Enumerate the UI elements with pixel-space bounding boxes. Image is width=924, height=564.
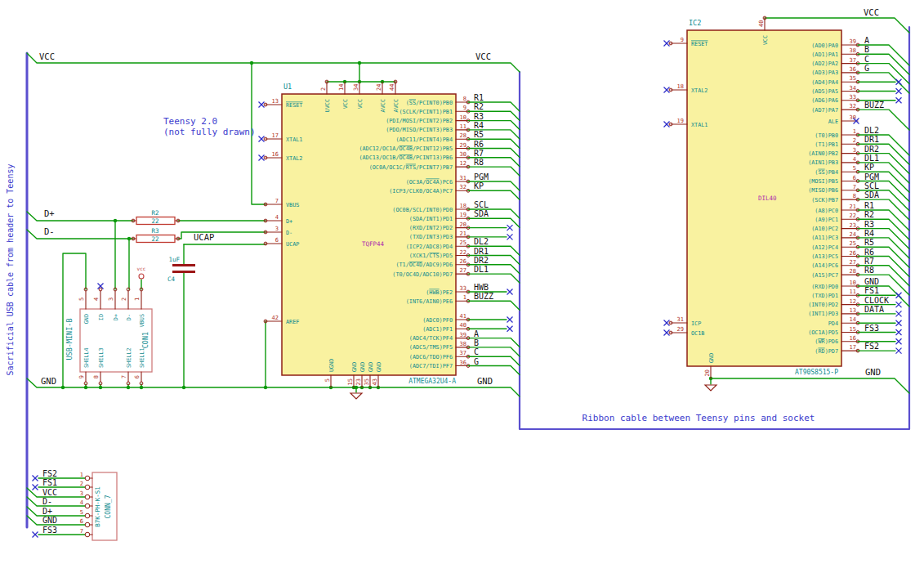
- pin-name: (A12)PC4: [811, 244, 838, 251]
- wire-label: KP: [474, 181, 484, 190]
- pin-number: 3: [80, 490, 83, 497]
- pin-number: 33: [460, 285, 466, 292]
- pin-number: 7: [121, 375, 127, 378]
- pin-end-circle: [85, 513, 90, 518]
- pin-name: (SS)PB4: [815, 169, 838, 176]
- wire-label: R2: [864, 210, 874, 219]
- pin-end-circle: [85, 495, 90, 499]
- pin-name: ICP: [691, 320, 701, 327]
- wire-label: B: [474, 338, 479, 347]
- wire-label: G: [474, 357, 479, 366]
- pin-name: (AIN1)PB3: [808, 159, 838, 166]
- pin-number: 32: [460, 184, 466, 190]
- no-connect-icon: [33, 476, 38, 481]
- wire-label: R6: [864, 248, 874, 257]
- pin-name: SHELL3: [98, 347, 105, 368]
- schematic-page: VCCVCCVCCGNDGNDGNDD+D-UCAPvccSacrificial…: [0, 0, 924, 564]
- pin-name: (ADC11/PCINT4)PB4: [395, 137, 453, 143]
- pin-number: 29: [460, 142, 466, 149]
- wire-label: D-: [42, 497, 52, 506]
- pin-number: 18: [460, 203, 466, 209]
- wire-label: HWB: [474, 283, 489, 292]
- pin-number: 3: [275, 226, 279, 232]
- ic-reference: U1: [283, 83, 292, 91]
- pin-number: 39: [850, 38, 856, 45]
- pin-number: 28: [460, 132, 466, 139]
- pin-number: 6: [134, 375, 141, 378]
- capacitor-c4[interactable]: [172, 264, 195, 266]
- pin-name: RESET: [286, 102, 302, 109]
- pin-number: 4: [275, 214, 279, 221]
- wire-label: DL1: [474, 265, 489, 274]
- pin-end-circle: [85, 504, 90, 508]
- pin-number: 5: [324, 378, 331, 382]
- no-connect-icon: [896, 97, 902, 103]
- wire-label: R1: [474, 93, 484, 102]
- no-connect-icon: [507, 289, 513, 295]
- pin-name: (RXD/INT2)PD2: [409, 225, 453, 231]
- pin-name: OC1B: [691, 330, 704, 337]
- pin-number: 12: [850, 298, 856, 305]
- pin-end-circle: [99, 288, 102, 291]
- pin-name: (SS/PCINT0)PB0: [406, 100, 453, 106]
- pin-name: UCAP: [286, 241, 299, 248]
- wire-label: DR1: [864, 135, 879, 144]
- pin-name: VBUS: [286, 202, 299, 208]
- pin-number: 23: [850, 222, 856, 229]
- wire-label: R5: [864, 238, 874, 247]
- pin-number: 2: [853, 137, 856, 144]
- no-connect-icon: [33, 532, 38, 538]
- wire-label: A: [474, 329, 479, 338]
- pin-name: GND: [376, 362, 382, 372]
- resistor-reference: R2: [151, 209, 158, 217]
- pin-name: UVCC: [324, 99, 331, 112]
- pin-number: 29: [677, 326, 684, 333]
- pin-number: 1: [853, 128, 856, 135]
- pin-name: (AD4)PA4: [811, 79, 838, 86]
- pin-name: (OC0A/OC1C/RTS/PCINT7)PB7: [369, 164, 453, 171]
- wire-label: FS3: [42, 526, 57, 535]
- pin-number: 5: [853, 165, 856, 172]
- wire-label: R5: [474, 130, 484, 139]
- wire-label: R3: [864, 220, 874, 229]
- junction-dot: [61, 386, 65, 389]
- pin-name: GND: [351, 362, 358, 372]
- no-connect-icon: [896, 302, 902, 307]
- pin-number: 26: [850, 250, 856, 257]
- no-connect-icon: [664, 87, 670, 93]
- pin-number: 43: [372, 378, 378, 385]
- no-connect-icon: [33, 485, 38, 490]
- pin-name: (INT6/AIN0)PE6: [406, 298, 453, 305]
- pin-number: 34: [850, 85, 856, 92]
- junction-dot: [127, 237, 131, 240]
- pin-name: (AD2)PA2: [811, 60, 838, 67]
- pin-number: 8: [463, 96, 466, 102]
- wire: [27, 230, 133, 239]
- pin-number: 16: [272, 151, 279, 158]
- no-connect-icon: [507, 234, 513, 239]
- pin-name: (ADC1)PF1: [422, 326, 453, 333]
- pin-name: (SCLK/PCINT1)PB1: [400, 109, 453, 115]
- no-connect-icon: [896, 311, 902, 316]
- capacitor-value: 1uF: [168, 256, 180, 263]
- wire-label: BUZZ: [474, 292, 493, 301]
- pin-number: 7: [80, 528, 83, 535]
- pin-number: 4: [80, 499, 83, 506]
- wire-label: A: [864, 36, 869, 45]
- pin-number: 26: [460, 258, 466, 265]
- pin-name: (AD1)PA1: [811, 51, 838, 58]
- pin-name: SHELL1: [139, 347, 145, 368]
- connector-reference: CON1: [141, 332, 150, 348]
- pin-name: (AD3)PA3: [811, 69, 838, 76]
- no-connect-icon: [896, 320, 902, 326]
- pin-name: AVCC: [393, 99, 400, 112]
- pin-number: 3: [853, 147, 856, 154]
- pin-name: (ICP2/ADC8)PD4: [406, 244, 453, 250]
- wire-label: CLOCK: [864, 296, 889, 305]
- pin-name: (ADC7/TDI)PF7: [409, 363, 453, 369]
- no-connect-icon: [896, 338, 902, 344]
- junction-dot: [355, 386, 358, 389]
- ic-part-name: AT90S8515-P: [795, 369, 838, 376]
- wire-label: R7: [864, 257, 874, 266]
- pin-name: (OC0B/SCL/INT0)PD0: [392, 207, 453, 213]
